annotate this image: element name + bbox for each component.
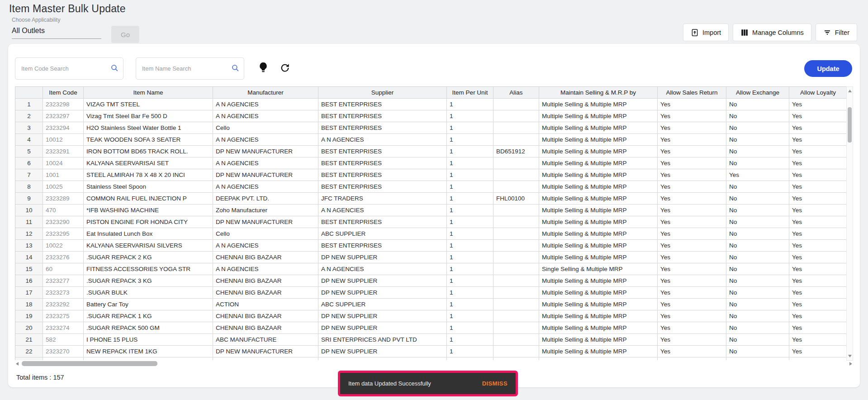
table-cell[interactable]: Yes — [789, 205, 847, 216]
table-cell[interactable]: BEST ENTERPRISES — [318, 122, 447, 134]
table-cell[interactable]: CHENNAI BIG BAZAAR — [213, 287, 318, 299]
refresh-button[interactable] — [278, 61, 292, 76]
row-number-cell[interactable]: 21 — [15, 334, 43, 346]
manage-columns-button[interactable]: Manage Columns — [733, 24, 811, 41]
vertical-scroll-thumb[interactable] — [848, 107, 852, 143]
table-cell[interactable]: Multiple Selling & Multiple MRP — [539, 216, 658, 228]
table-cell[interactable]: 1 — [447, 146, 493, 157]
scroll-down-icon[interactable] — [848, 355, 852, 357]
table-cell[interactable]: DP NEW SUPPLIER — [318, 275, 447, 287]
table-row[interactable]: 32323294H2O Stainless Steel Water Bottle… — [15, 122, 847, 134]
table-cell[interactable]: No — [726, 216, 789, 228]
table-cell[interactable]: Yes — [789, 299, 847, 310]
table-cell[interactable]: 2323295 — [43, 228, 84, 240]
table-cell[interactable]: 2323270 — [43, 346, 84, 357]
table-cell[interactable]: Yes — [658, 146, 726, 157]
table-cell[interactable]: .SUGAR REPACK 2 KG — [84, 252, 213, 263]
table-cell[interactable]: Multiple Selling & Multiple MRP — [539, 322, 658, 334]
table-cell[interactable]: 582 — [43, 334, 84, 346]
row-number-cell[interactable]: 2 — [15, 110, 43, 122]
table-cell[interactable]: BEST ENTERPRISES — [318, 216, 447, 228]
table-cell[interactable]: KALYANA SEERVARISAI SET — [84, 157, 213, 169]
table-cell[interactable]: Multiple Selling & Multiple MRP — [539, 99, 658, 110]
table-cell[interactable]: Zoho Manufacturer — [213, 205, 318, 216]
table-cell[interactable]: IRON BOTTOM BD65 TRACK ROLL. — [84, 146, 213, 157]
table-cell[interactable]: PISTON ENGINE FOR HONDA CITY — [84, 216, 213, 228]
table-cell[interactable]: 60 — [43, 263, 84, 275]
table-cell[interactable]: 1 — [447, 228, 493, 240]
table-cell[interactable]: Yes — [789, 334, 847, 346]
table-cell[interactable]: A N AGENCIES — [213, 263, 318, 275]
table-cell[interactable]: BD651912 — [493, 146, 539, 157]
table-cell[interactable]: Yes — [789, 134, 847, 146]
table-cell[interactable]: No — [726, 110, 789, 122]
bulb-button[interactable] — [256, 60, 270, 77]
table-cell[interactable]: Multiple Selling & Multiple MRP — [539, 205, 658, 216]
table-cell[interactable]: Yes — [789, 216, 847, 228]
table-cell[interactable]: Yes — [658, 322, 726, 334]
table-cell[interactable]: DP NEW SUPPLIER — [318, 252, 447, 263]
row-number-cell[interactable]: 18 — [15, 299, 43, 310]
row-number-cell[interactable]: 3 — [15, 122, 43, 134]
table-cell[interactable]: KALYANA SEERVARISAI SILVERS — [84, 240, 213, 252]
row-number-cell[interactable]: 10 — [15, 205, 43, 216]
table-cell[interactable] — [493, 169, 539, 181]
table-cell[interactable]: ACTION — [213, 299, 318, 310]
table-cell[interactable] — [493, 287, 539, 299]
import-button[interactable]: Import — [683, 24, 729, 41]
table-cell[interactable]: Yes — [658, 122, 726, 134]
table-cell[interactable]: Yes — [658, 252, 726, 263]
table-cell[interactable]: No — [726, 287, 789, 299]
table-cell[interactable]: BEST ENTERPRISES — [318, 240, 447, 252]
table-cell[interactable]: No — [726, 146, 789, 157]
table-cell[interactable]: Yes — [789, 169, 847, 181]
row-number-cell[interactable]: 1 — [15, 99, 43, 110]
table-cell[interactable]: Yes — [789, 346, 847, 357]
table-cell[interactable]: Yes — [658, 240, 726, 252]
row-number-cell[interactable]: 11 — [15, 216, 43, 228]
table-cell[interactable]: .SUGAR REPACK 1 KG — [84, 310, 213, 322]
table-cell[interactable]: Cello — [213, 122, 318, 134]
horizontal-scroll-thumb[interactable] — [22, 361, 157, 366]
table-cell[interactable]: Yes — [658, 228, 726, 240]
row-number-cell[interactable]: 13 — [15, 240, 43, 252]
table-cell[interactable] — [493, 228, 539, 240]
table-cell[interactable]: 1 — [447, 322, 493, 334]
table-cell[interactable]: NEW BULK ITEM — [84, 357, 213, 361]
table-row[interactable]: 12323298VIZAG TMT STEELA N AGENCIESBEST … — [15, 99, 847, 110]
column-header[interactable]: Maintain Selling & M.R.P by — [539, 87, 658, 99]
table-row[interactable]: 112323290PISTON ENGINE FOR HONDA CITYDP … — [15, 216, 847, 228]
table-row[interactable]: 1310022KALYANA SEERVARISAI SILVERSA N AG… — [15, 240, 847, 252]
table-cell[interactable]: 10024 — [43, 157, 84, 169]
row-number-cell[interactable]: 22 — [15, 346, 43, 357]
table-row[interactable]: 232323269NEW BULK ITEMDP NEW MANUFACTURE… — [15, 357, 847, 361]
table-cell[interactable]: Single Selling & Multiple MRP — [539, 263, 658, 275]
table-cell[interactable]: DP NEW MANUFACTURER — [213, 216, 318, 228]
table-cell[interactable]: Multiple Selling & Multiple MRP — [539, 146, 658, 157]
table-cell[interactable]: A N AGENCIES — [213, 134, 318, 146]
table-cell[interactable]: Yes — [789, 193, 847, 205]
table-row[interactable]: 1560FITNESS ACCESSORIES YOGA STRA N AGEN… — [15, 263, 847, 275]
table-cell[interactable]: Yes — [789, 275, 847, 287]
table-cell[interactable]: 1 — [447, 110, 493, 122]
row-number-cell[interactable]: 7 — [15, 169, 43, 181]
table-cell[interactable] — [493, 134, 539, 146]
table-cell[interactable]: ABC MANUFACTURE — [213, 334, 318, 346]
table-cell[interactable]: No — [726, 205, 789, 216]
table-cell[interactable]: CHENNAI BIG BAZAAR — [213, 252, 318, 263]
column-header[interactable]: Item Name — [84, 87, 213, 99]
table-cell[interactable]: Yes — [789, 157, 847, 169]
table-cell[interactable] — [493, 99, 539, 110]
table-cell[interactable]: A N AGENCIES — [213, 99, 318, 110]
table-cell[interactable]: 1 — [447, 122, 493, 134]
table-cell[interactable]: BEST ENTERPRISES — [318, 181, 447, 193]
table-cell[interactable]: CHENNAI BIG BAZAAR — [213, 310, 318, 322]
table-cell[interactable]: A N AGENCIES — [213, 110, 318, 122]
table-cell[interactable]: Yes — [658, 334, 726, 346]
table-cell[interactable]: Yes — [789, 122, 847, 134]
table-cell[interactable]: COMMON RAIL FUEL INJECTION P — [84, 193, 213, 205]
table-cell[interactable]: STEEL ALMIRAH 78 X 48 X 20 INCI — [84, 169, 213, 181]
table-cell[interactable]: FHL00100 — [493, 193, 539, 205]
table-cell[interactable]: CHENNAI BIG BAZAAR — [213, 322, 318, 334]
table-cell[interactable]: Yes — [789, 287, 847, 299]
